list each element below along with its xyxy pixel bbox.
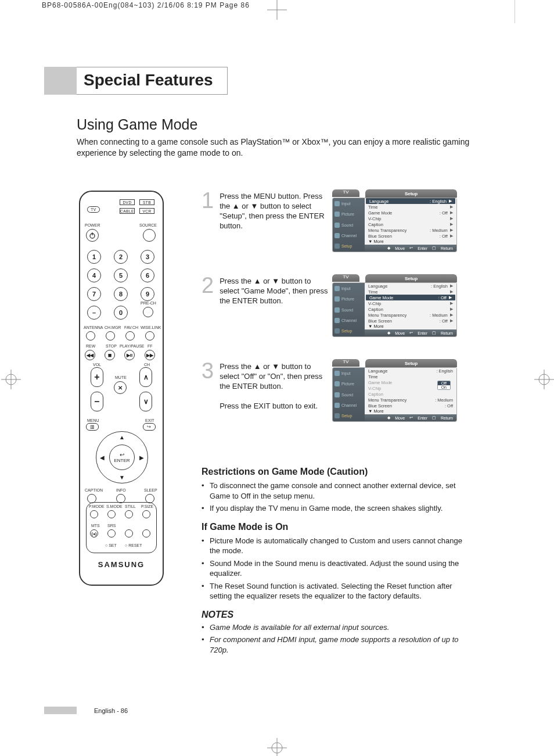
num-9-button: 9 [141,287,154,301]
playpause-button: ▶II [124,350,135,360]
reset-label: ○ RESET [125,543,142,547]
move-icon: ◆ [387,246,390,250]
print-header-note: BP68-00586A-00Eng(084~103) 2/16/06 8:19 … [42,1,250,9]
antenna-button [86,331,95,341]
return-icon: ▢ [432,246,436,250]
osd-more: ▼ More [365,324,456,329]
osd-row-bluescreen: Blue Screen: Off [365,403,456,409]
notes-heading: NOTES [202,610,474,620]
pmode-label: P.MODE [89,504,105,508]
vol-label: VOL [93,363,101,367]
osd-left-menu: Input Picture Sound Channel Setup [333,198,365,252]
setup-icon [334,328,340,334]
osd-tv-tab: TV [332,189,359,197]
osd-left-label: Setup [341,244,352,248]
channel-icon [334,403,340,408]
restrictions-heading: Restrictions on Game Mode (Caution) [202,467,474,477]
exit-label: EXIT [145,418,154,422]
vcr-mode-button: VCR [139,208,154,214]
enter-icon: ↩ [409,246,413,250]
dash-button: – [87,306,101,320]
num-2-button: 2 [114,250,128,264]
chmgr-button [106,331,115,341]
step-2: 2 Press the ▲ or ▼ button to select "Gam… [202,277,329,306]
registration-mark-left [1,370,21,389]
picture-icon [334,381,340,386]
osd-right-panel: Language: English Time Game Mode V-Chip … [365,368,456,421]
osd-row-language: Language: English [365,368,456,374]
chmgr-label: CH.MGR [105,325,121,329]
pmode-button [90,510,98,518]
osd-row-menutrans: Menu Transparency: Medium [365,397,456,403]
nav-right-icon: ▶ [139,454,144,461]
sound-icon [334,307,340,313]
set-label: ○ SET [105,543,117,547]
list-item: If you display the TV menu in Game mode,… [202,503,474,514]
srs-label: SRS [107,524,116,528]
sound-icon [334,223,340,228]
crop-mark [515,0,515,23]
osd-row-gamemode: Game Mode: Off ▶ [365,210,456,216]
mts-label: MTS [91,524,100,528]
registration-mark-bottom [267,738,287,756]
power-icon [89,232,96,239]
section-title: Special Features [77,67,228,95]
prech-label: PRE-CH [141,301,156,305]
smode-button [107,510,116,518]
page-subheading: Using Game Mode [77,116,197,133]
ch-up-button: ∧ [139,367,152,387]
osd-left-label: Channel [341,234,357,238]
setup-icon [334,413,340,418]
rew-button: ◀◀ [85,350,95,360]
page-footer: English - 86 [44,707,128,714]
num-6-button: 6 [141,268,154,282]
registration-mark-top [267,0,287,20]
num-5-button: 5 [114,268,128,282]
power-button [86,229,99,242]
if-on-heading: If Game Mode is On [202,522,474,532]
ch-label: CH [144,363,150,367]
page: BP68-00586A-00Eng(084~103) 2/16/06 8:19 … [0,0,554,756]
list-item: To disconnect the game console and conne… [202,481,474,501]
nav-up-icon: ▲ [119,434,125,440]
stb-mode-button: STB [139,199,154,205]
ff-button: ▶▶ [145,350,155,360]
restrictions-list: To disconnect the game console and conne… [202,481,474,514]
tv-mode-button: TV [87,206,100,213]
list-item: Game Mode is available for all external … [202,622,474,633]
favch-label: FAV.CH [124,325,138,329]
picture-icon [334,296,340,302]
osd-row-bluescreen: Blue Screen: Off ▶ [365,318,456,324]
playpause-label: PLAY/PAUSE [120,344,145,348]
menu-button: ▥ [86,423,99,431]
osd-row-language: Language: English ▶ [365,283,456,289]
osd-more: ▼ More [365,239,456,245]
enter-button: ↩ ENTER [109,445,135,470]
psize-button [142,510,150,518]
wiselink-label: WISE.LINK [141,325,161,329]
smode-label: S.MODE [106,504,123,508]
osd-more: ▼ More [365,409,456,414]
osd-row-time: Time ▶ [365,289,456,295]
num-3-button: 3 [141,250,154,264]
vol-down-button: – [91,392,103,411]
osd-row-menutrans: Menu Transparency: Medium ▶ [365,312,456,318]
caption-label: CAPTION [85,488,103,492]
remote-bottom-group: P.MODE S.MODE STILL P.SIZE MTS SRS (●) ○… [86,502,157,553]
osd-left-label: Sound [341,223,353,227]
osd-screenshot-2: TV Setup Input Picture Sound Channel Set… [332,274,457,344]
sound-icon [334,392,340,397]
num-4-button: 4 [87,268,101,282]
step-number: 3 [202,362,214,379]
step-3: 3 Press the ▲ or ▼ button to select "Off… [202,362,329,411]
list-item: The Reset Sound function is activated. S… [202,581,474,601]
extra-button-1 [125,529,133,538]
osd-tv-tab: TV [332,359,359,367]
list-item: For component and HDMI input, game mode … [202,635,474,655]
stop-button: ■ [105,350,115,360]
input-icon [334,201,340,206]
ch-down-button: ∨ [139,392,152,411]
osd-footer: ◆Move ↩Enter ▢Return [365,245,456,252]
osd-footer: ◆Move ↩Enter ▢Return [365,414,456,421]
remote-control-illustration: TV DVD STB CABLE VCR POWER SOURCE 1 2 3 … [79,191,164,586]
